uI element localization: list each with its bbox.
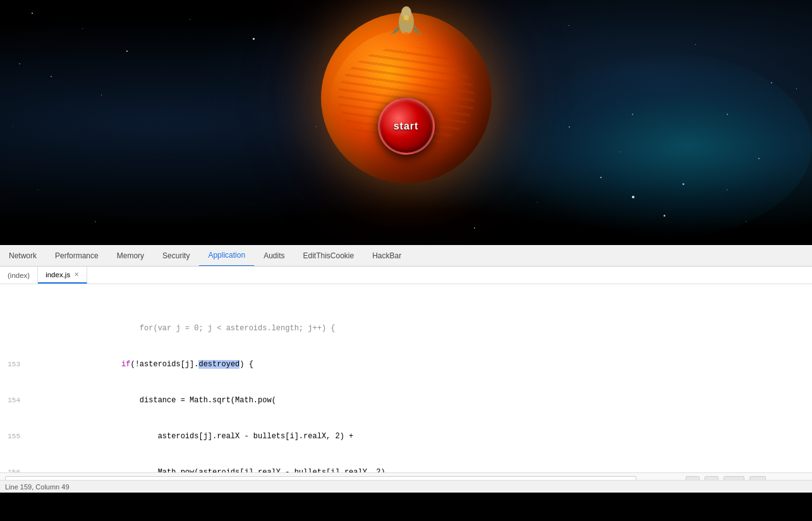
tab-security[interactable]: Security	[154, 245, 199, 266]
code-editor[interactable]: for(var j = 0; j < asteroids.length; j++…	[0, 284, 812, 493]
code-line: 155 asteroids[j].realX - bullets[i].real…	[0, 431, 812, 443]
code-line: 154 distance = Math.sqrt(Math.pow(	[0, 395, 812, 407]
start-button-label: start	[394, 121, 419, 132]
file-tabs-bar: (index) index.js ✕	[0, 266, 812, 284]
code-content: for(var j = 0; j < asteroids.length; j++…	[0, 284, 812, 493]
file-tab-indexjs[interactable]: index.js ✕	[38, 266, 87, 284]
svg-point-6	[404, 15, 409, 20]
tab-memory[interactable]: Memory	[108, 245, 154, 266]
svg-point-5	[403, 32, 409, 36]
spaceship	[387, 0, 425, 44]
tab-editthecookie[interactable]: EditThisCookie	[294, 245, 364, 266]
tab-application[interactable]: Application	[199, 245, 255, 266]
close-tab-icon[interactable]: ✕	[74, 271, 79, 278]
status-bar: Line 159, Column 49	[0, 480, 812, 493]
code-line: for(var j = 0; j < asteroids.length; j++…	[0, 323, 812, 335]
tab-audits[interactable]: Audits	[255, 245, 294, 266]
file-tab-index[interactable]: (index)	[0, 266, 38, 284]
tab-performance[interactable]: Performance	[46, 245, 108, 266]
game-area: start	[0, 0, 812, 245]
cursor-position: Line 159, Column 49	[5, 483, 70, 491]
svg-marker-2	[414, 25, 422, 35]
devtools-tabs-bar: Network Performance Memory Security Appl…	[0, 245, 812, 266]
devtools-panel: Network Performance Memory Security Appl…	[0, 245, 812, 493]
svg-marker-1	[391, 25, 399, 35]
start-button[interactable]: start	[378, 98, 435, 155]
tab-network[interactable]: Network	[0, 245, 46, 266]
code-line: 153 if(!asteroids[j].destroyed) {	[0, 359, 812, 371]
tab-hackbar[interactable]: HackBar	[363, 245, 411, 266]
